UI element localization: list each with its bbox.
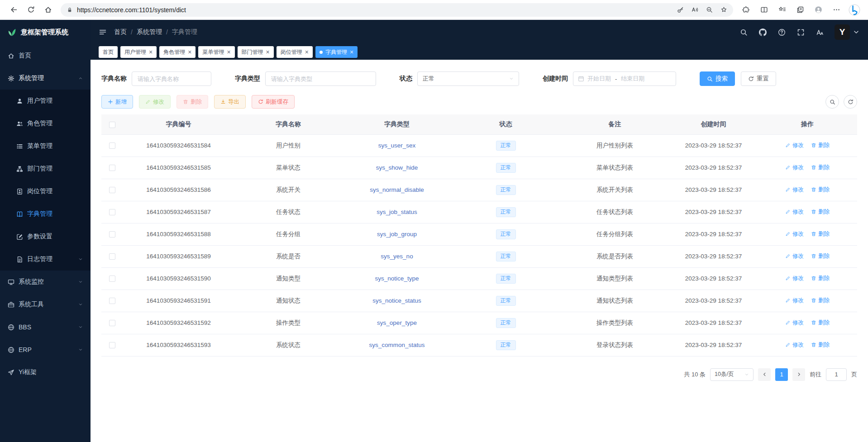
sidebar-item-config[interactable]: 参数设置 — [0, 225, 91, 248]
row-edit-link[interactable]: 修改 — [785, 208, 804, 216]
bing-button[interactable] — [846, 2, 863, 18]
font-size-button[interactable] — [812, 24, 827, 40]
sidebar-item-dict[interactable]: 字典管理 — [0, 203, 91, 225]
dict-type-link[interactable]: sys_oper_type — [377, 319, 417, 326]
dict-type-link[interactable]: sys_notice_status — [372, 297, 421, 304]
page-1-button[interactable]: 1 — [775, 368, 788, 381]
row-checkbox[interactable] — [109, 342, 115, 348]
row-checkbox[interactable] — [109, 209, 115, 215]
row-checkbox[interactable] — [109, 298, 115, 304]
reset-button[interactable]: 重置 — [741, 71, 776, 86]
dict-type-link[interactable]: sys_notice_type — [375, 275, 419, 282]
status-select[interactable]: 正常 — [417, 71, 519, 86]
address-bar[interactable]: https://ccnetcore.com:1101/system/dict — [61, 3, 733, 17]
export-button[interactable]: 导出 — [214, 95, 246, 109]
row-delete-link[interactable]: 删除 — [811, 186, 830, 194]
zoom-out-button[interactable] — [702, 4, 716, 16]
browser-back-button[interactable] — [5, 2, 22, 18]
row-edit-link[interactable]: 修改 — [785, 297, 804, 304]
row-checkbox[interactable] — [109, 320, 115, 326]
browser-home-button[interactable] — [40, 2, 56, 18]
row-edit-link[interactable]: 修改 — [785, 142, 804, 149]
dict-name-input[interactable] — [132, 71, 211, 86]
dict-type-link[interactable]: sys_user_sex — [378, 142, 416, 149]
user-menu[interactable]: Y — [835, 24, 860, 40]
sidebar-item-erp[interactable]: ERP — [0, 338, 91, 361]
search-button[interactable]: 搜索 — [700, 71, 735, 86]
row-edit-link[interactable]: 修改 — [785, 186, 804, 194]
dict-type-link[interactable]: sys_job_status — [377, 209, 417, 215]
dict-type-link[interactable]: sys_job_group — [377, 231, 417, 238]
prev-page-button[interactable] — [758, 368, 771, 381]
row-delete-link[interactable]: 删除 — [811, 319, 830, 327]
split-screen-button[interactable] — [756, 2, 772, 18]
sidebar-item-dept[interactable]: 部门管理 — [0, 157, 91, 180]
edit-button[interactable]: 修改 — [139, 95, 171, 109]
read-aloud-button[interactable] — [688, 4, 701, 16]
tab-role[interactable]: 角色管理× — [159, 46, 196, 58]
tab-dict[interactable]: 字典管理× — [315, 46, 358, 58]
tab-close-icon[interactable]: × — [305, 49, 309, 55]
dict-type-link[interactable]: sys_common_status — [369, 342, 424, 348]
sidebar-item-home[interactable]: 首页 — [0, 44, 91, 67]
row-checkbox[interactable] — [109, 165, 115, 171]
tab-menu[interactable]: 菜单管理× — [198, 46, 234, 58]
page-size-select[interactable]: 10条/页 — [710, 368, 754, 381]
row-checkbox[interactable] — [109, 187, 115, 193]
tab-post[interactable]: 岗位管理× — [277, 46, 313, 58]
breadcrumb-home[interactable]: 首页 — [114, 28, 127, 36]
goto-page-input[interactable] — [826, 368, 847, 381]
sidebar-item-yi[interactable]: Yi框架 — [0, 361, 91, 384]
row-delete-link[interactable]: 删除 — [811, 142, 830, 149]
question-button[interactable] — [774, 24, 789, 40]
select-all-checkbox[interactable] — [109, 122, 115, 128]
row-delete-link[interactable]: 删除 — [811, 252, 830, 260]
row-edit-link[interactable]: 修改 — [785, 164, 804, 171]
sidebar-item-log[interactable]: 日志管理 — [0, 248, 91, 271]
sidebar-item-tool[interactable]: 系统工具 — [0, 293, 91, 316]
extensions-button[interactable] — [738, 2, 754, 18]
more-button[interactable] — [828, 2, 844, 18]
row-edit-link[interactable]: 修改 — [785, 275, 804, 282]
sidebar-toggle-button[interactable] — [99, 28, 107, 36]
dict-type-input[interactable] — [265, 71, 376, 86]
row-delete-link[interactable]: 删除 — [811, 275, 830, 282]
next-page-button[interactable] — [792, 368, 805, 381]
row-delete-link[interactable]: 删除 — [811, 341, 830, 349]
tab-home[interactable]: 首页 — [99, 46, 118, 58]
favorites-bar-button[interactable] — [774, 2, 790, 18]
collections-button[interactable] — [792, 2, 808, 18]
dict-type-link[interactable]: sys_normal_disable — [370, 186, 424, 193]
tab-close-icon[interactable]: × — [266, 49, 270, 55]
row-delete-link[interactable]: 删除 — [811, 208, 830, 216]
row-delete-link[interactable]: 删除 — [811, 297, 830, 304]
sidebar-item-user[interactable]: 用户管理 — [0, 90, 91, 112]
browser-refresh-button[interactable] — [23, 2, 39, 18]
row-checkbox[interactable] — [109, 143, 115, 149]
row-checkbox[interactable] — [109, 253, 115, 260]
tab-close-icon[interactable]: × — [149, 49, 153, 55]
tab-dept[interactable]: 部门管理× — [238, 46, 274, 58]
row-checkbox[interactable] — [109, 276, 115, 282]
row-checkbox[interactable] — [109, 231, 115, 238]
toggle-search-button[interactable] — [825, 95, 839, 109]
sidebar-item-monitor[interactable]: 系统监控 — [0, 271, 91, 293]
tab-close-icon[interactable]: × — [350, 49, 353, 55]
add-button[interactable]: 新增 — [101, 95, 133, 109]
favorite-add-button[interactable] — [717, 4, 730, 16]
row-edit-link[interactable]: 修改 — [785, 230, 804, 238]
github-button[interactable] — [755, 24, 770, 40]
dict-type-link[interactable]: sys_yes_no — [381, 253, 413, 260]
sidebar-item-bbs[interactable]: BBS — [0, 316, 91, 338]
tab-close-icon[interactable]: × — [227, 49, 230, 55]
row-edit-link[interactable]: 修改 — [785, 319, 804, 327]
sidebar-item-role[interactable]: 角色管理 — [0, 112, 91, 135]
breadcrumb-system[interactable]: 系统管理 — [137, 28, 162, 36]
date-range-picker[interactable]: 开始日期 - 结束日期 — [573, 71, 676, 86]
dict-type-link[interactable]: sys_show_hide — [376, 164, 418, 171]
profile-button[interactable] — [810, 2, 826, 18]
row-edit-link[interactable]: 修改 — [785, 252, 804, 260]
search-button[interactable] — [736, 24, 751, 40]
sidebar-item-system[interactable]: 系统管理 — [0, 67, 91, 90]
key-button[interactable] — [673, 4, 687, 16]
